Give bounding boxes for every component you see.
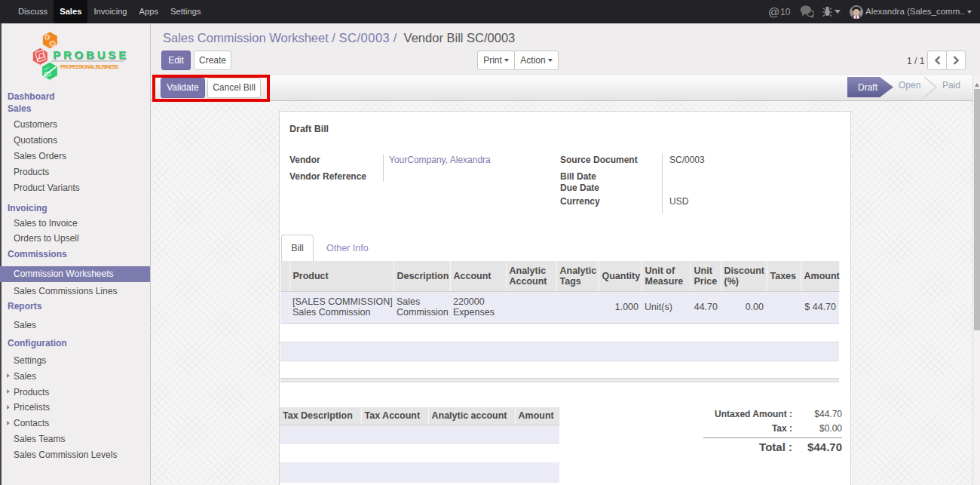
svg-text:PROFESSIONAL BUSINESS: PROFESSIONAL BUSINESS	[60, 63, 119, 70]
svg-text:Draft: Draft	[858, 82, 878, 93]
svg-text:PROBUSE: PROBUSE	[53, 48, 129, 61]
